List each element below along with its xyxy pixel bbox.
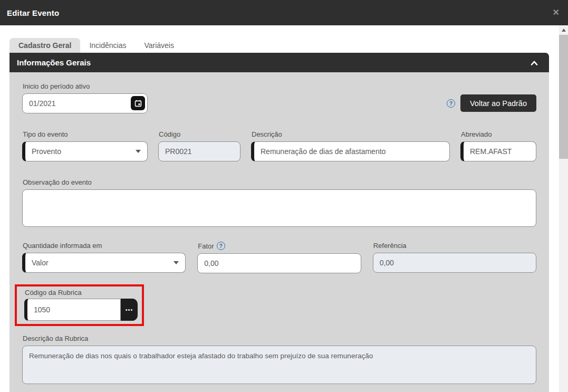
browse-rubrica-button[interactable]: ••• <box>121 299 138 321</box>
informacoes-gerais-panel: Informações Gerais Inicio do período ati… <box>9 53 549 392</box>
panel-title: Informações Gerais <box>17 58 91 67</box>
referencia-input <box>373 253 536 273</box>
vertical-scrollbar[interactable] <box>559 25 568 392</box>
chevron-down-icon <box>136 150 141 153</box>
descricao-input[interactable] <box>251 141 450 161</box>
tipo-evento-value: Provento <box>32 147 61 156</box>
tab-bar: Cadastro Geral Incidências Variáveis <box>9 38 183 53</box>
fator-help-icon[interactable]: ? <box>217 242 225 250</box>
descricao-rubrica-textarea: Remuneração de dias nos quais o trabalha… <box>22 346 536 384</box>
observacao-textarea[interactable] <box>22 189 536 227</box>
tipo-evento-select[interactable]: Provento <box>22 141 148 161</box>
modal-header: Editar Evento ✕ <box>0 0 568 25</box>
codigo-rubrica-label: Código da Rubrica <box>25 289 138 297</box>
quantidade-value: Valor <box>32 259 49 267</box>
referencia-label: Referência <box>373 242 536 250</box>
voltar-padrao-button[interactable]: Voltar ao Padrão <box>460 94 536 112</box>
observacao-label: Observação do evento <box>23 178 536 186</box>
abreviado-label: Abreviado <box>461 130 536 138</box>
panel-body: Inicio do período ativo ? Voltar ao Padr… <box>9 72 549 392</box>
tab-label: Variáveis <box>144 41 174 50</box>
close-icon[interactable]: ✕ <box>553 8 560 17</box>
voltar-padrao-help-icon[interactable]: ? <box>447 99 455 108</box>
inicio-periodo-label: Inicio do período ativo <box>23 82 148 90</box>
panel-header: Informações Gerais <box>9 53 549 72</box>
descricao-label: Descrição <box>252 130 450 138</box>
tab-label: Incidências <box>89 41 126 50</box>
tab-variaveis[interactable]: Variáveis <box>135 38 183 53</box>
chevron-down-icon <box>174 261 179 264</box>
codigo-input <box>158 141 240 161</box>
scrollbar-thumb[interactable] <box>559 35 568 159</box>
calendar-icon[interactable] <box>131 96 145 110</box>
abreviado-input[interactable] <box>460 141 536 161</box>
highlight-annotation-box: Código da Rubrica ••• <box>15 284 144 326</box>
modal-title: Editar Evento <box>7 8 59 17</box>
tab-cadastro-geral[interactable]: Cadastro Geral <box>9 38 80 53</box>
fator-input[interactable] <box>197 253 361 273</box>
inicio-periodo-input[interactable] <box>22 93 148 113</box>
chevron-up-icon[interactable] <box>529 58 540 68</box>
codigo-rubrica-input[interactable] <box>24 299 121 321</box>
fator-label: Fator <box>198 242 214 250</box>
codigo-label: Código <box>159 130 240 138</box>
scroll-up-arrow-icon[interactable] <box>559 25 568 34</box>
descricao-rubrica-label: Descrição da Rubrica <box>23 334 536 342</box>
tab-label: Cadastro Geral <box>18 41 71 50</box>
quantidade-label: Quantidade informada em <box>23 242 186 250</box>
quantidade-select[interactable]: Valor <box>22 253 186 273</box>
tab-incidencias[interactable]: Incidências <box>80 38 135 53</box>
tipo-evento-label: Tipo do evento <box>23 130 148 138</box>
